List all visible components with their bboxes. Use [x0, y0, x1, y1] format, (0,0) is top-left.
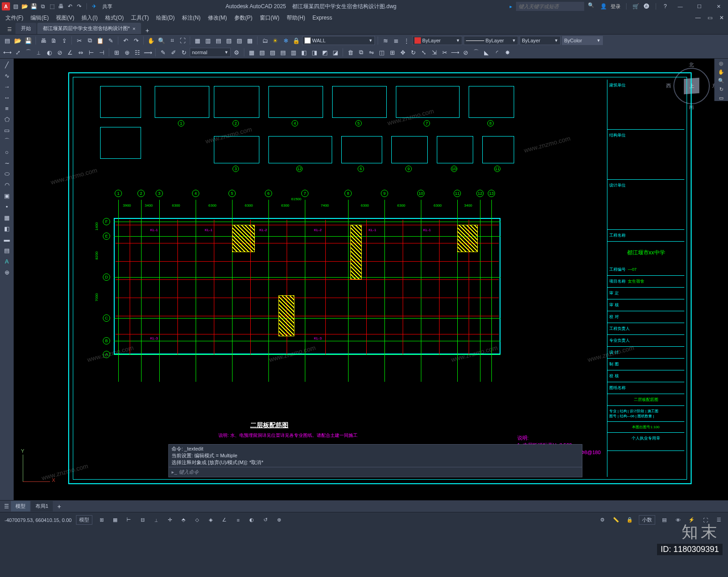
transparency-icon[interactable]: ◐	[247, 516, 256, 525]
menu-file[interactable]: 文件(F)	[3, 13, 26, 23]
modelspace-toggle[interactable]: 模型	[76, 515, 92, 525]
navbar-show-icon[interactable]: ▭	[719, 95, 723, 101]
inspect-icon[interactable]: ☷	[133, 48, 142, 57]
dim-dia-icon[interactable]: ⊘	[55, 48, 64, 57]
lock-ui-icon[interactable]: 🔒	[625, 516, 634, 525]
qat-redo-icon[interactable]: ↷	[76, 3, 83, 10]
qat-web-icon[interactable]: ⬚	[48, 3, 56, 10]
grid-toggle-icon[interactable]: ⊞	[97, 516, 106, 525]
extend-icon[interactable]: ⟶	[450, 48, 460, 57]
layer-state-icon[interactable]: ☀	[271, 36, 280, 45]
qat-saveas-icon[interactable]: ⧉	[39, 3, 46, 10]
tab-start[interactable]: 开始	[15, 23, 36, 34]
help-icon[interactable]: ?	[662, 3, 669, 10]
menu-param[interactable]: 参数(P)	[232, 13, 255, 23]
lwdisplay-icon[interactable]: ≡	[233, 516, 243, 525]
tp-icon[interactable]: ▤	[214, 36, 223, 45]
user-icon[interactable]: 👤	[600, 3, 607, 10]
open-icon[interactable]: 📂	[13, 36, 22, 45]
layer-mgr-icon[interactable]: 🗂	[260, 36, 269, 45]
menu-insert[interactable]: 插入(I)	[79, 13, 100, 23]
layout-menu-icon[interactable]: ☰	[3, 503, 10, 510]
zoom-window-icon[interactable]: ⌗	[167, 36, 177, 45]
3dosnap-icon[interactable]: ◈	[206, 516, 215, 525]
login-label[interactable]: 登录	[611, 3, 621, 10]
mtext-icon[interactable]: A	[2, 257, 11, 265]
qat-plot-icon[interactable]: 🖶	[57, 3, 65, 10]
tab-document[interactable]: 都江堰某四层中学女生宿舍结构设计图*×	[37, 23, 141, 34]
dimstyle-icon[interactable]: ⚙	[232, 48, 241, 57]
add-sel-icon[interactable]: ⊕	[2, 268, 11, 276]
menu-format[interactable]: 格式(O)	[102, 13, 126, 23]
dimedit-icon[interactable]: ✎	[158, 48, 167, 57]
menu-edit[interactable]: 编辑(E)	[28, 13, 51, 23]
lineweight-combo[interactable]: ByLayer▼	[520, 36, 561, 45]
spline-icon[interactable]: ∼	[2, 159, 11, 167]
navbar-wheel-icon[interactable]: ◎	[719, 61, 723, 66]
plotstyle-combo[interactable]: ByColor▼	[562, 36, 603, 45]
preview-icon[interactable]: 🗎	[49, 36, 58, 45]
navbar-orbit-icon[interactable]: ↻	[719, 86, 723, 92]
share-icon[interactable]: ✈	[91, 3, 98, 10]
snapmode-icon[interactable]: ▦	[111, 516, 120, 525]
cycling-icon[interactable]: ↺	[261, 516, 270, 525]
m1-icon[interactable]: ▦	[247, 48, 256, 57]
dim-linear-icon[interactable]: ⟷	[3, 48, 12, 57]
trim-icon[interactable]: ✂	[440, 48, 449, 57]
offset-icon[interactable]: ◫	[377, 48, 386, 57]
dimstyle-combo[interactable]: normal▼	[190, 48, 231, 57]
center-icon[interactable]: ⊕	[122, 48, 131, 57]
layer-lock-icon[interactable]: 🔒	[292, 36, 301, 45]
menu-draw[interactable]: 绘图(D)	[153, 13, 177, 23]
osnap-icon[interactable]: ◇	[192, 516, 202, 525]
dynamic-input-icon[interactable]: ⊟	[138, 516, 147, 525]
dimtedit-icon[interactable]: ✐	[169, 48, 178, 57]
circle-icon[interactable]: ○	[2, 148, 11, 156]
zoom-extents-icon[interactable]: ⛶	[178, 36, 187, 45]
jog-icon[interactable]: ⟿	[143, 48, 152, 57]
appstore-icon[interactable]: 🛒	[632, 3, 639, 10]
isolate-icon[interactable]: 👁	[673, 516, 682, 525]
copy-icon[interactable]: ⧉	[85, 36, 94, 45]
publish-icon[interactable]: ⇪	[60, 36, 69, 45]
tab-add-button[interactable]: +	[142, 27, 153, 34]
props-icon[interactable]: ▦	[193, 36, 202, 45]
doc-close-icon[interactable]: ✕	[718, 14, 725, 21]
undo2-icon[interactable]: ↶	[121, 36, 130, 45]
li1-icon[interactable]: ≋	[381, 36, 390, 45]
new-icon[interactable]: ▤	[3, 36, 12, 45]
dim-aligned-icon[interactable]: ⤢	[13, 48, 22, 57]
tab-layout1[interactable]: 布局1	[31, 501, 53, 511]
ray-icon[interactable]: →	[2, 82, 11, 91]
workspace-icon[interactable]: ⚙	[598, 516, 607, 525]
qat-new-icon[interactable]: ▤	[12, 3, 19, 10]
tol-icon[interactable]: ⊞	[112, 48, 121, 57]
earc-icon[interactable]: ◠	[2, 181, 11, 189]
units-readout[interactable]: 小数	[639, 515, 655, 525]
menu-express[interactable]: Express	[310, 14, 335, 22]
m8-icon[interactable]: ◩	[320, 48, 329, 57]
menu-window[interactable]: 窗口(W)	[257, 13, 282, 23]
color-combo[interactable]: ByLayer▼	[412, 36, 462, 45]
scale-icon[interactable]: ⤡	[419, 48, 428, 57]
a360-icon[interactable]: 🅐	[643, 3, 650, 10]
navbar-pan-icon[interactable]: ✋	[718, 69, 724, 75]
paste-icon[interactable]: 📋	[96, 36, 105, 45]
table-icon[interactable]: ▤	[2, 246, 11, 254]
mline-icon[interactable]: ≡	[2, 104, 11, 112]
ssm-icon[interactable]: ▧	[224, 36, 233, 45]
dim-arc-icon[interactable]: ⌒	[24, 48, 33, 57]
m2-icon[interactable]: ▧	[258, 48, 267, 57]
dim-base-icon[interactable]: ⊢	[86, 48, 96, 57]
mk-icon[interactable]: ▨	[235, 36, 244, 45]
dim-quick-icon[interactable]: ⇔	[76, 48, 85, 57]
isodraft-icon[interactable]: ⬘	[179, 516, 188, 525]
copy2-icon[interactable]: ⧉	[356, 48, 365, 57]
polar-icon[interactable]: ✛	[165, 516, 174, 525]
polygon-icon[interactable]: ⬠	[2, 115, 11, 123]
menu-view[interactable]: 视图(V)	[53, 13, 77, 23]
xline-icon[interactable]: ↔	[2, 93, 11, 101]
rotate-icon[interactable]: ↻	[409, 48, 418, 57]
doc-min-icon[interactable]: —	[694, 14, 702, 21]
m7-icon[interactable]: ◨	[310, 48, 319, 57]
